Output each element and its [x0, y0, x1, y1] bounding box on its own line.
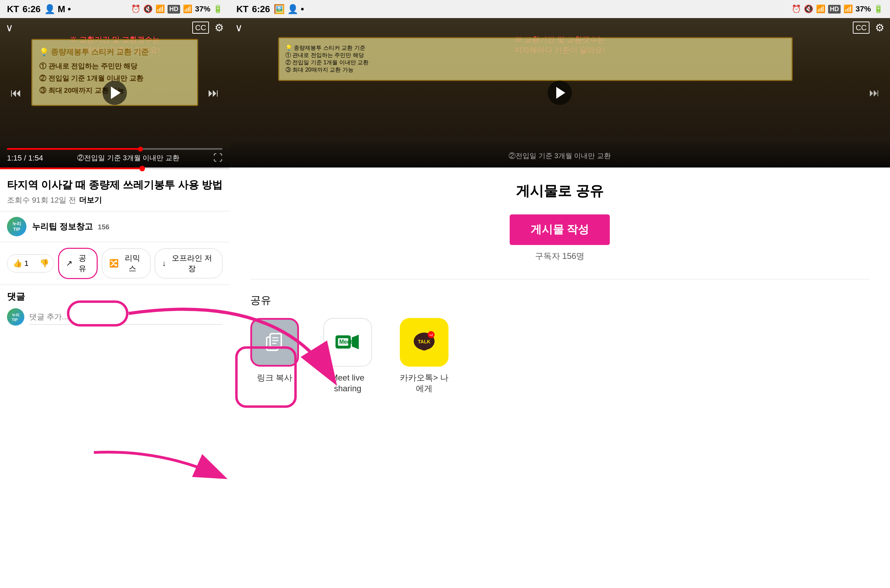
dislike-button[interactable]: 👎: [34, 255, 54, 272]
progress-bar-left[interactable]: [7, 148, 222, 150]
comments-section: 댓글 누리TIP: [0, 285, 230, 331]
view-count: 조회수 91회 12일 전: [7, 195, 76, 206]
skip-start-left[interactable]: ⏮: [11, 87, 21, 99]
wifi-icon: 📶: [155, 4, 165, 14]
carrier-right: KT: [236, 4, 249, 15]
hd-badge: HD: [168, 5, 180, 14]
svg-text:TALK: TALK: [418, 339, 431, 344]
right-panel: KT 6:26 🖼️ 👤 • ⏰ 🔇 📶 HD 📶 37% 🔋 ∨ CC ⚙: [230, 0, 890, 588]
video-info: 타지역 이사갈 때 종량제 쓰레기봉투 사용 방법 조회수 91회 12일 전 …: [0, 169, 230, 211]
share-section-label: 공유: [250, 293, 869, 308]
skip-end-left[interactable]: ⏭: [208, 87, 219, 99]
time-right: 6:26: [252, 4, 270, 15]
download-icon: ↓: [162, 259, 166, 268]
box-item-1-left: ① 관내로 전입하는 주민만 해당: [39, 62, 190, 71]
minimize-button-left[interactable]: ∨: [6, 21, 13, 34]
kakao-label: 카카오톡> 나에게: [396, 372, 452, 394]
like-count: 1: [24, 259, 29, 268]
signal-icon-right: 📶: [843, 4, 853, 14]
more-link[interactable]: 더보기: [79, 195, 102, 206]
mute-icon-right: 🔇: [804, 4, 813, 14]
controls-row-left: 1:15 / 1:54 ②전입일 기준 3개월 이내만 교환 ⛶: [7, 153, 222, 164]
progress-dot-left: [138, 147, 143, 152]
left-panel: KT 6:26 👤 M • ⏰ 🔇 📶 HD 📶 37% 🔋 ∨ CC ⚙: [0, 0, 230, 588]
meet-live-sharing-app[interactable]: Meet Meet live sharing: [320, 318, 375, 394]
status-bar-right: KT 6:26 🖼️ 👤 • ⏰ 🔇 📶 HD 📶 37% 🔋: [230, 0, 890, 18]
video-progress-fill-bottom: [0, 168, 142, 169]
remix-icon: 🔀: [109, 259, 119, 268]
remix-label: 리믹스: [122, 253, 143, 274]
cc-button-right[interactable]: CC: [853, 21, 869, 34]
kakao-svg: TALK 나: [410, 328, 438, 356]
play-button-left[interactable]: [102, 81, 127, 105]
status-icons-left: 👤 M •: [44, 4, 71, 15]
svg-marker-7: [352, 334, 359, 349]
video-bottom-text-right: ②전입일 기준 3개월 이내만 교환: [230, 151, 890, 160]
comment-avatar: 누리TIP: [7, 308, 24, 326]
settings-button-left[interactable]: ⚙: [215, 21, 224, 34]
video-progress-handle[interactable]: [140, 166, 145, 171]
video-top-controls-right: ∨ CC ⚙: [230, 21, 890, 34]
video-player-left[interactable]: ∨ CC ⚙ ※ 교환기간 및 교환갯수는 지자체마다 기준이 달라요! 💡 종…: [0, 18, 230, 168]
time-display-left: 1:15 / 1:54: [7, 154, 43, 163]
carrier-left: KT: [7, 4, 19, 15]
share-button[interactable]: ↗ 공유: [58, 248, 98, 279]
battery-icon-right: 🔋: [873, 4, 883, 14]
comments-title: 댓글: [7, 291, 222, 303]
like-dislike-wrap: 👍 1 👎: [7, 254, 54, 273]
remix-button[interactable]: 🔀 리믹스: [102, 249, 150, 278]
alarm-icon: ⏰: [131, 4, 140, 14]
video-meta: 조회수 91회 12일 전 더보기: [7, 195, 222, 206]
svg-text:Meet: Meet: [339, 339, 352, 345]
status-bar-left: KT 6:26 👤 M • ⏰ 🔇 📶 HD 📶 37% 🔋: [0, 0, 230, 18]
share-label: 공유: [75, 253, 90, 274]
channel-name[interactable]: 누리팁 정보창고 156: [32, 221, 110, 232]
like-button[interactable]: 👍 1: [7, 255, 34, 272]
channel-avatar: 누리TIP: [7, 217, 26, 236]
comment-input-row: 누리TIP: [7, 308, 222, 326]
settings-button-right[interactable]: ⚙: [875, 21, 884, 34]
kakao-talk-app[interactable]: TALK 나 카카오톡> 나에게: [396, 318, 452, 394]
link-copy-svg: [263, 330, 287, 354]
time-left: 6:26: [23, 4, 41, 15]
meet-label: Meet live sharing: [320, 372, 375, 394]
box-item-2-right: ② 전입일 기준 1개월 이내만 교환: [285, 59, 785, 66]
top-right-controls-right: CC ⚙: [853, 21, 884, 34]
hd-badge-right: HD: [828, 5, 840, 14]
battery-icon-left: 🔋: [213, 4, 222, 14]
offline-button[interactable]: ↓ 오프라인 저장: [155, 249, 222, 278]
status-icons-right: 🖼️ 👤 •: [274, 4, 304, 15]
play-button-right[interactable]: [548, 81, 572, 105]
video-player-right[interactable]: ∨ CC ⚙ ※ 교환기간 및 교환갯수는 지자체마다 기준이 달라요! 💡 종…: [230, 18, 890, 168]
post-button[interactable]: 게시물 작성: [510, 214, 610, 245]
share-section: 공유: [250, 293, 869, 394]
avatar-text: 누리TIP: [12, 221, 21, 232]
video-title: 타지역 이사갈 때 종량제 쓰레기봉투 사용 방법: [7, 178, 222, 192]
status-left: KT 6:26 👤 M •: [7, 4, 71, 15]
fullscreen-btn-left[interactable]: ⛶: [213, 153, 222, 164]
channel-info: 누리TIP 누리팁 정보창고 156: [7, 217, 110, 236]
link-copy-icon: [250, 318, 299, 367]
share-panel: 게시물로 공유 게시물 작성 구독자 156명 공유: [230, 168, 890, 588]
status-right-right: ⏰ 🔇 📶 HD 📶 37% 🔋: [792, 4, 883, 14]
offline-label: 오프라인 저장: [169, 253, 215, 274]
annotation-arrow: [90, 446, 236, 491]
action-buttons: 👍 1 👎 ↗ 공유 🔀 리믹스 ↓ 오프라인 저장: [0, 242, 230, 285]
subscriber-count-right: 구독자 156명: [250, 250, 869, 262]
cc-button-left[interactable]: CC: [192, 21, 209, 34]
skip-end-right[interactable]: ⏭: [869, 87, 879, 99]
share-apps-row: 링크 복사 Meet M: [250, 318, 869, 394]
box-title-left: 💡 종량제봉투 스티커 교환 기준: [39, 47, 190, 57]
channel-row: 누리TIP 누리팁 정보창고 156: [0, 211, 230, 242]
video-controls-left: 1:15 / 1:54 ②전입일 기준 3개월 이내만 교환 ⛶: [0, 145, 230, 168]
alarm-icon-right: ⏰: [792, 4, 801, 14]
video-time-label-left: ②전입일 기준 3개월 이내만 교환: [43, 153, 213, 163]
share-icon: ↗: [66, 259, 72, 268]
meet-svg: Meet: [334, 332, 362, 353]
status-left-right: KT 6:26 🖼️ 👤 •: [236, 4, 304, 15]
comment-input[interactable]: [29, 310, 222, 325]
wifi-icon-right: 📶: [816, 4, 825, 14]
svg-text:나: 나: [429, 333, 433, 337]
link-copy-app[interactable]: 링크 복사: [250, 318, 299, 383]
minimize-button-right[interactable]: ∨: [235, 21, 243, 34]
